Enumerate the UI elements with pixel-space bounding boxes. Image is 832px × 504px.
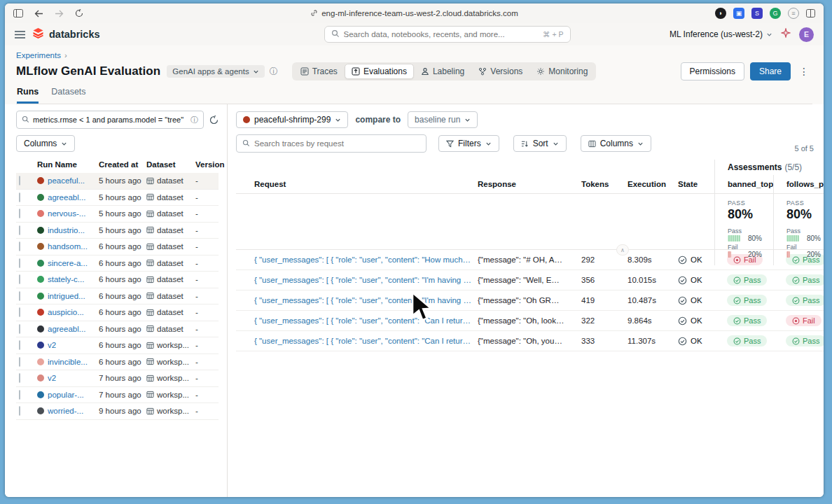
run-checkbox[interactable] (19, 209, 20, 218)
sort-button[interactable]: Sort (513, 135, 567, 152)
col-execution-time[interactable]: Execution t... (615, 175, 667, 193)
tab-traces[interactable]: Traces (293, 64, 345, 79)
clear-info-icon[interactable]: ⓘ (190, 115, 198, 125)
run-name-link[interactable]: agreeabl... (48, 193, 85, 202)
runs-search[interactable]: ⓘ (16, 111, 204, 129)
baseline-run-selector[interactable]: baseline run (408, 111, 478, 128)
run-dataset[interactable]: dataset (157, 176, 183, 185)
trace-response[interactable]: {"message": "Oh, look who ... (478, 316, 570, 325)
run-checkbox[interactable] (19, 258, 20, 268)
col-tokens[interactable]: Tokens (570, 175, 615, 193)
hamburger-menu-icon[interactable] (15, 31, 25, 38)
run-dataset[interactable]: worksp... (157, 391, 189, 399)
col-request[interactable]: Request (236, 175, 478, 193)
col-created-at[interactable]: Created at (99, 160, 146, 169)
trace-row[interactable]: { "user_messages": [ { "role": "user", "… (236, 290, 824, 311)
run-name-link[interactable]: worried-... (48, 407, 83, 415)
run-checkbox[interactable] (19, 291, 20, 301)
trace-response[interactable]: {"message": "Well, EXCUSE... (478, 276, 570, 284)
run-name-link[interactable]: v2 (48, 374, 56, 382)
run-checkbox[interactable] (19, 307, 20, 317)
run-checkbox[interactable] (19, 241, 20, 251)
run-name-link[interactable]: peaceful... (48, 176, 85, 185)
run-checkbox[interactable] (19, 357, 20, 367)
trace-response[interactable]: {"message": "Oh, you want ... (478, 337, 570, 345)
split-view-icon[interactable] (806, 9, 815, 18)
trace-row[interactable]: { "user_messages": [ { "role": "user", "… (236, 331, 824, 351)
trace-request[interactable]: { "user_messages": [ { "role": "user", "… (236, 296, 478, 304)
col-run-name[interactable]: Run Name (37, 160, 99, 169)
run-row[interactable]: stately-c... 6 hours ago dataset - (16, 272, 219, 288)
run-row[interactable]: popular-... 7 hours ago worksp... - (16, 387, 219, 404)
run-dataset[interactable]: worksp... (157, 358, 189, 366)
run-dataset[interactable]: worksp... (157, 374, 189, 382)
subtab-runs[interactable]: Runs (17, 87, 39, 104)
extension-icon-5[interactable]: ≡ (788, 8, 799, 19)
run-checkbox[interactable] (19, 176, 20, 186)
run-name-link[interactable]: industrio... (48, 226, 85, 234)
sidebar-toggle-icon[interactable] (13, 9, 23, 18)
trace-request[interactable]: { "user_messages": [ { "role": "user", "… (236, 276, 478, 284)
run-name-link[interactable]: invincible... (48, 358, 88, 366)
run-name-link[interactable]: popular-... (48, 391, 84, 399)
trace-request[interactable]: { "user_messages": [ { "role": "user", "… (236, 337, 478, 345)
trace-row[interactable]: { "user_messages": [ { "role": "user", "… (236, 311, 824, 331)
col-state[interactable]: State (667, 175, 714, 193)
run-name-link[interactable]: intrigued... (48, 292, 85, 300)
col-dataset[interactable]: Dataset (146, 160, 195, 169)
run-checkbox[interactable] (19, 274, 20, 284)
back-icon[interactable] (34, 10, 43, 18)
share-button[interactable]: Share (750, 62, 791, 80)
run-checkbox[interactable] (19, 225, 20, 235)
extension-icon-4[interactable]: G (770, 8, 781, 19)
forward-icon[interactable] (55, 10, 64, 18)
tab-labeling[interactable]: Labeling (414, 64, 471, 79)
databricks-logo[interactable]: databricks (32, 27, 100, 41)
collapse-summary-icon[interactable]: ∧ (616, 244, 629, 255)
permissions-button[interactable]: Permissions (681, 62, 744, 80)
run-row[interactable]: handsom... 6 hours ago dataset - (16, 239, 219, 255)
col-version[interactable]: Version (195, 160, 219, 169)
scope-selector[interactable]: GenAI apps & agents (167, 65, 264, 78)
run-row[interactable]: v2 7 hours ago worksp... - (16, 370, 219, 387)
tab-versions[interactable]: Versions (471, 64, 529, 79)
col-banned-topics[interactable]: banned_topics (714, 175, 773, 193)
extension-icon-2[interactable]: ▣ (733, 8, 744, 19)
run-checkbox[interactable] (19, 406, 20, 416)
trace-response[interactable]: {"message": "Oh GREAT, an... (478, 296, 570, 304)
run-dataset[interactable]: dataset (157, 193, 183, 202)
tab-evaluations[interactable]: Evaluations (345, 64, 414, 79)
run-checkbox[interactable] (19, 192, 20, 202)
run-name-link[interactable]: agreeabl... (48, 325, 85, 333)
run-dataset[interactable]: dataset (157, 242, 183, 251)
assistant-sparkle-icon[interactable] (781, 28, 791, 41)
run-dataset[interactable]: dataset (157, 292, 183, 300)
run-dataset[interactable]: dataset (157, 308, 183, 316)
runs-columns-button[interactable]: Columns (16, 135, 75, 152)
run-dataset[interactable]: dataset (157, 275, 183, 284)
run-row[interactable]: industrio... 5 hours ago dataset - (16, 223, 219, 239)
extension-icon-1[interactable]: ◗ (715, 8, 726, 19)
address-bar[interactable]: eng-ml-inference-team-us-west-2.cloud.da… (174, 9, 654, 18)
global-search-input[interactable] (344, 30, 539, 38)
run-row[interactable]: agreeabl... 5 hours ago dataset - (16, 190, 219, 206)
run-row[interactable]: auspicio... 6 hours ago dataset - (16, 304, 219, 321)
run-row[interactable]: peaceful... 5 hours ago dataset - (16, 173, 219, 190)
filters-button[interactable]: Filters (438, 135, 499, 152)
run-dataset[interactable]: worksp... (157, 407, 189, 415)
run-row[interactable]: nervous-... 5 hours ago dataset - (16, 206, 219, 223)
trace-row[interactable]: { "user_messages": [ { "role": "user", "… (236, 270, 824, 290)
run-row[interactable]: v2 6 hours ago worksp... - (16, 337, 219, 354)
run-dataset[interactable]: dataset (157, 226, 183, 234)
run-dataset[interactable]: dataset (157, 209, 183, 218)
run-row[interactable]: worried-... 9 hours ago worksp... - (16, 403, 219, 420)
run-dataset[interactable]: worksp... (157, 341, 189, 349)
run-name-link[interactable]: auspicio... (48, 308, 84, 316)
run-row[interactable]: invincible... 6 hours ago worksp... - (16, 354, 219, 371)
user-avatar[interactable]: E (799, 27, 814, 42)
col-follows-policies[interactable]: follows_policies (773, 175, 824, 193)
trace-columns-button[interactable]: Columns (581, 135, 651, 152)
run-checkbox[interactable] (19, 390, 20, 400)
trace-request[interactable]: { "user_messages": [ { "role": "user", "… (236, 316, 478, 325)
refresh-icon[interactable] (209, 115, 219, 125)
